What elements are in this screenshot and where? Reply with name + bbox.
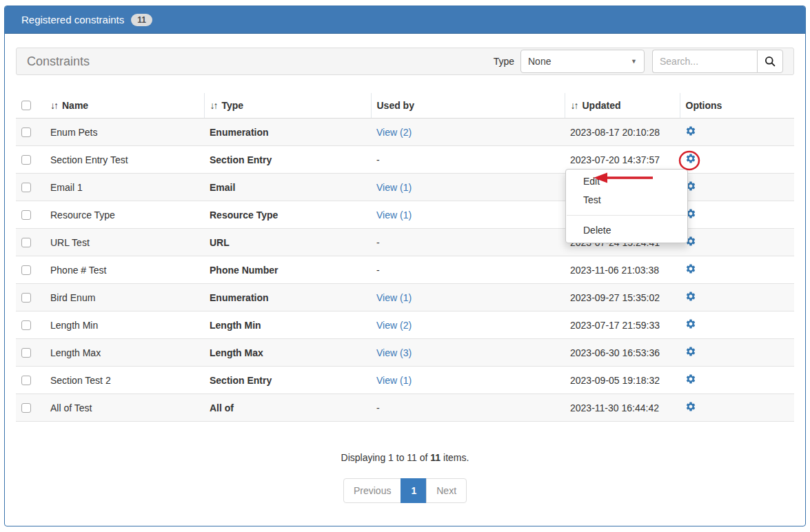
row-checkbox[interactable] — [21, 183, 31, 192]
select-all-cell — [16, 93, 45, 119]
cell-used-by: View (1) — [371, 284, 565, 311]
row-checkbox[interactable] — [21, 238, 31, 247]
gear-icon[interactable] — [685, 153, 696, 164]
row-checkbox[interactable] — [21, 320, 31, 330]
column-header-used-by: Used by — [371, 93, 565, 119]
gear-icon[interactable] — [685, 291, 696, 302]
cell-used-by: - — [371, 229, 565, 256]
cell-options — [680, 146, 794, 174]
cell-used-by: View (2) — [371, 311, 565, 339]
column-label: Type — [222, 100, 244, 111]
row-checkbox-cell — [16, 339, 45, 367]
cell-options — [680, 119, 794, 146]
column-header-type[interactable]: ↓↑Type — [204, 93, 371, 119]
row-checkbox[interactable] — [21, 376, 31, 385]
gear-icon[interactable] — [685, 401, 696, 412]
cell-updated: 2023-06-30 16:53:36 — [565, 339, 680, 367]
cell-name: Length Max — [45, 339, 204, 367]
page-1-button[interactable]: 1 — [401, 478, 427, 503]
used-by-view-link[interactable]: View (1) — [376, 292, 412, 303]
cell-updated: 2023-09-05 19:18:32 — [565, 367, 680, 394]
column-label: Name — [62, 100, 88, 111]
chevron-down-icon: ▼ — [631, 58, 637, 65]
select-all-checkbox[interactable] — [21, 101, 31, 110]
cell-used-by: - — [371, 394, 565, 422]
used-by-view-link[interactable]: View (2) — [376, 320, 412, 331]
used-by-view-link[interactable]: View (3) — [376, 347, 412, 358]
cell-used-by: - — [371, 146, 565, 174]
cell-type: Resource Type — [204, 201, 371, 229]
row-checkbox-cell — [16, 119, 45, 146]
used-by-view-link[interactable]: View (2) — [376, 127, 412, 138]
cell-options — [680, 311, 794, 339]
cell-options — [680, 201, 794, 229]
cell-type: URL — [204, 229, 371, 256]
search-icon — [764, 55, 776, 68]
sort-icon: ↓↑ — [571, 100, 578, 111]
cell-options — [680, 284, 794, 311]
cell-name: Bird Enum — [45, 284, 204, 311]
constraints-toolbar: Constraints Type None ▼ — [16, 48, 794, 75]
cell-type: Section Entry — [204, 367, 371, 394]
table-row: All of Test All of - 2023-11-30 16:44:42 — [16, 394, 794, 422]
type-select[interactable]: None ▼ — [520, 50, 645, 73]
row-checkbox[interactable] — [21, 348, 31, 358]
used-by-view-link[interactable]: View (1) — [376, 209, 412, 221]
constraints-table-wrap: ↓↑Name↓↑TypeUsed by↓↑UpdatedOptions Enum… — [16, 93, 794, 422]
cell-type: Section Entry — [204, 146, 371, 174]
cell-type: Enumeration — [204, 119, 371, 146]
page-title: Registered constraints — [21, 14, 124, 25]
used-by-view-link[interactable]: View (1) — [376, 375, 412, 386]
gear-icon[interactable] — [685, 263, 696, 274]
items-total: 11 — [430, 452, 441, 463]
column-header-name[interactable]: ↓↑Name — [45, 93, 204, 119]
next-page-button[interactable]: Next — [426, 478, 467, 503]
gear-icon[interactable] — [685, 318, 696, 329]
row-checkbox[interactable] — [21, 403, 31, 413]
row-checkbox[interactable] — [21, 155, 31, 165]
cell-used-by: View (3) — [371, 339, 565, 367]
search-button[interactable] — [757, 50, 783, 73]
gear-icon[interactable] — [685, 125, 696, 136]
used-by-view-link[interactable]: View (1) — [376, 182, 412, 193]
row-checkbox[interactable] — [21, 210, 31, 220]
cell-used-by: - — [371, 256, 565, 284]
cell-name: Enum Pets — [45, 119, 204, 146]
gear-icon[interactable] — [685, 346, 696, 357]
cell-name: Resource Type — [45, 201, 204, 229]
menu-item-edit[interactable]: Edit — [566, 172, 687, 191]
cell-type: All of — [204, 394, 371, 422]
items-summary: Displaying 1 to 11 of 11 items. — [16, 452, 794, 463]
cell-updated: 2023-08-17 20:10:28 — [565, 119, 680, 146]
table-row: Bird Enum Enumeration View (1) 2023-09-2… — [16, 284, 794, 311]
row-checkbox[interactable] — [21, 265, 31, 275]
cell-type: Email — [204, 174, 371, 201]
row-checkbox[interactable] — [21, 127, 31, 137]
cell-options — [680, 256, 794, 284]
cell-type: Length Max — [204, 339, 371, 367]
cell-options — [680, 229, 794, 256]
search-input[interactable] — [652, 50, 757, 73]
cell-name: Email 1 — [45, 174, 204, 201]
cell-name: Section Entry Test — [45, 146, 204, 174]
gear-icon[interactable] — [685, 374, 696, 385]
previous-page-button[interactable]: Previous — [343, 478, 401, 503]
row-checkbox[interactable] — [21, 293, 31, 303]
row-checkbox-cell — [16, 284, 45, 311]
column-label: Updated — [583, 100, 621, 111]
cell-updated: 2023-11-30 16:44:42 — [565, 394, 680, 422]
type-filter-label: Type — [494, 56, 514, 67]
row-checkbox-cell — [16, 201, 45, 229]
sort-icon: ↓↑ — [50, 100, 57, 111]
column-header-updated[interactable]: ↓↑Updated — [565, 93, 680, 119]
cell-used-by: View (1) — [371, 367, 565, 394]
cell-type: Length Min — [204, 311, 371, 339]
cell-used-by: View (2) — [371, 119, 565, 146]
menu-item-test[interactable]: Test — [566, 191, 687, 209]
gear-context-menu: EditTestDelete — [565, 169, 688, 243]
menu-item-delete[interactable]: Delete — [566, 221, 687, 240]
cell-used-by: View (1) — [371, 174, 565, 201]
cell-options — [680, 367, 794, 394]
table-header-row: ↓↑Name↓↑TypeUsed by↓↑UpdatedOptions — [16, 93, 794, 119]
type-select-value: None — [528, 56, 631, 67]
